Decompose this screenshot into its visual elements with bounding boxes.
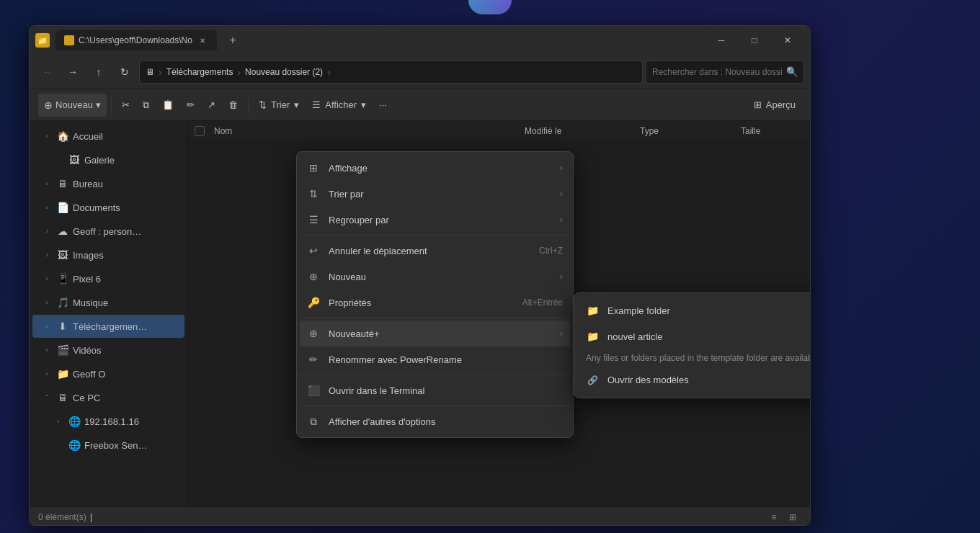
rename-icon: ✏ [187,99,195,110]
submenu-icon-example-folder: 📁 [586,304,599,317]
share-button[interactable]: ↗ [202,94,221,117]
submenu-item-example-folder[interactable]: 📁 Example folder [579,297,811,323]
context-menu-item-ouvrir-terminal[interactable]: ⬛ Ouvrir dans le Terminal [300,377,570,403]
trier-button[interactable]: ⇅ Trier ▾ [253,94,305,117]
forward-button[interactable]: → [61,61,84,84]
address-part-folder[interactable]: Nouveau dossier (2) [245,67,323,77]
refresh-button[interactable]: ↻ [113,61,136,84]
nouveau-button[interactable]: ⊕ Nouveau ▾ [38,94,107,117]
sidebar-chevron-videos: › [41,344,53,356]
context-menu-item-regrouper-par[interactable]: ☰ Regrouper par › [300,207,570,233]
close-button[interactable]: ✕ [771,29,804,52]
context-menu-item-trier-par[interactable]: ⇅ Trier par › [300,181,570,207]
grid-view-button[interactable]: ⊞ [784,509,801,525]
tab-close-button[interactable]: ✕ [197,35,208,46]
up-button[interactable]: ↑ [87,61,110,84]
ctx-label-trier-par: Trier par [329,189,551,200]
submenu: 📁 Example folder 📁 nouvel article Any fi… [574,292,811,398]
sidebar-item-accueil[interactable]: › 🏠 Accueil [32,125,184,148]
divider2 [248,97,249,114]
column-type-header[interactable]: Type [634,126,735,136]
ctx-label-proprietes: Propriétés [329,297,514,308]
sidebar-item-geoff-o[interactable]: › 📁 Geoff O [32,362,184,385]
navigation-toolbar: ← → ↑ ↻ 🖥 › Téléchargements › Nouveau do… [30,55,810,89]
maximize-button[interactable]: □ [738,29,771,52]
ctx-label-regrouper-par: Regrouper par [329,215,551,225]
context-menu-item-nouveaute-plus[interactable]: ⊕ Nouveauté+ › [300,321,570,346]
content-area: › 🏠 Accueil 🖼 Galerie › 🖥 Bureau › 📄 Doc… [30,121,810,506]
column-size-header[interactable]: Taille [735,126,807,136]
sidebar-item-musique[interactable]: › 🎵 Musique [32,291,184,314]
address-bar[interactable]: 🖥 › Téléchargements › Nouveau dossier (2… [139,61,643,84]
submenu-desc-template-desc: Any files or folders placed in the templ… [579,349,811,367]
context-menu-item-afficher-autres[interactable]: ⧉ Afficher d'autres d'options [300,408,570,434]
list-view-button[interactable]: ≡ [765,509,783,525]
sidebar-item-pixel6[interactable]: › 📱 Pixel 6 [32,267,184,290]
sidebar-item-videos[interactable]: › 🎬 Vidéos [32,339,184,362]
afficher-button[interactable]: ☰ Afficher ▾ [306,94,372,117]
back-button[interactable]: ← [35,61,58,84]
nouveau-dropdown-icon: ▾ [96,99,101,110]
sidebar-chevron-pixel6: › [41,273,53,285]
delete-button[interactable]: 🗑 [223,94,244,117]
minimize-button[interactable]: ─ [705,29,738,52]
file-explorer-window: 📁 C:\Users\geoff\Downloads\No ✕ + ─ □ ✕ … [29,25,811,526]
ctx-label-nouveau: Nouveau [329,272,551,282]
search-icon[interactable]: 🔍 [786,66,798,77]
sidebar-item-ce-pc[interactable]: ˅ 🖥 Ce PC [32,386,184,409]
search-input[interactable] [652,67,782,77]
rename-button[interactable]: ✏ [181,94,200,117]
select-all-checkbox[interactable] [195,126,205,136]
column-modified-header[interactable]: Modifié le [519,126,634,136]
context-menu-item-nouveau[interactable]: ⊕ Nouveau › [300,264,570,290]
address-sep2: › [237,66,241,78]
sidebar-item-telechargements[interactable]: › ⬇ Téléchargemen… [32,315,184,338]
main-pane[interactable]: Nom Modifié le Type Taille Le dossier es… [188,121,810,506]
ctx-icon-afficher-autres: ⧉ [307,415,320,428]
context-menu-item-annuler[interactable]: ↩ Annuler le déplacement Ctrl+Z [300,238,570,264]
context-menu-item-proprietes[interactable]: 🔑 Propriétés Alt+Entrée [300,290,570,315]
sidebar-label-images: Images [73,250,179,261]
submenu-item-nouvel-article[interactable]: 📁 nouvel article [579,323,811,349]
sidebar-chevron-ip: › [53,416,64,427]
ctx-label-ouvrir-terminal: Ouvrir dans le Terminal [329,385,563,396]
sidebar-item-galerie[interactable]: 🖼 Galerie [32,148,184,171]
sidebar-item-freebox[interactable]: 🌐 Freebox Sen… [32,434,184,457]
context-menu-item-renommer[interactable]: ✏ Renommer avec PowerRename [300,346,570,372]
window-tab[interactable]: C:\Users\geoff\Downloads\No ✕ [55,30,217,50]
new-tab-button[interactable]: + [223,30,243,50]
cut-icon: ✂ [122,99,130,110]
sidebar-icon-geoff-o: 📁 [57,368,68,380]
sidebar-icon-bureau: 🖥 [57,178,68,189]
sidebar-item-bureau[interactable]: › 🖥 Bureau [32,172,184,195]
context-menu-item-affichage[interactable]: ⊞ Affichage › [300,155,570,181]
submenu-item-ouvrir-modeles[interactable]: 🔗 Ouvrir des modèles [579,367,811,393]
sidebar-icon-galerie: 🖼 [68,154,80,166]
sidebar-chevron-geoff-o: › [41,368,53,380]
sidebar-chevron-accueil: › [41,130,53,142]
ctx-icon-affichage: ⊞ [307,161,320,174]
sidebar-chevron-images: › [41,249,53,261]
sidebar-chevron-geoff-perso: › [41,225,53,237]
sidebar-label-freebox: Freebox Sen… [84,440,179,451]
sidebar-chevron-galerie [53,154,64,166]
paste-button[interactable]: 📋 [156,94,179,117]
ctx-label-annuler: Annuler le déplacement [329,246,530,256]
search-bar[interactable]: 🔍 [646,61,804,84]
ctx-icon-trier-par: ⇅ [307,187,320,200]
sidebar-item-geoff-perso[interactable]: › ☁ Geoff : person… [32,220,184,243]
sidebar-item-images[interactable]: › 🖼 Images [32,243,184,266]
sidebar-item-ip[interactable]: › 🌐 192.168.1.16 [32,410,184,433]
window-icon: 📁 [35,33,50,48]
more-button[interactable]: ··· [373,94,393,117]
copy-button[interactable]: ⧉ [137,94,155,117]
submenu-label-example-folder: Example folder [607,305,670,316]
apercu-button[interactable]: ⊞ Aperçu [748,94,801,117]
divider1 [111,97,112,114]
cut-button[interactable]: ✂ [116,94,135,117]
sidebar-label-geoff-perso: Geoff : person… [73,226,179,237]
sidebar-chevron-musique: › [41,297,53,308]
address-part-downloads[interactable]: Téléchargements [166,67,233,77]
column-name-header[interactable]: Nom [208,126,519,136]
sidebar-item-documents[interactable]: › 📄 Documents [32,196,184,219]
